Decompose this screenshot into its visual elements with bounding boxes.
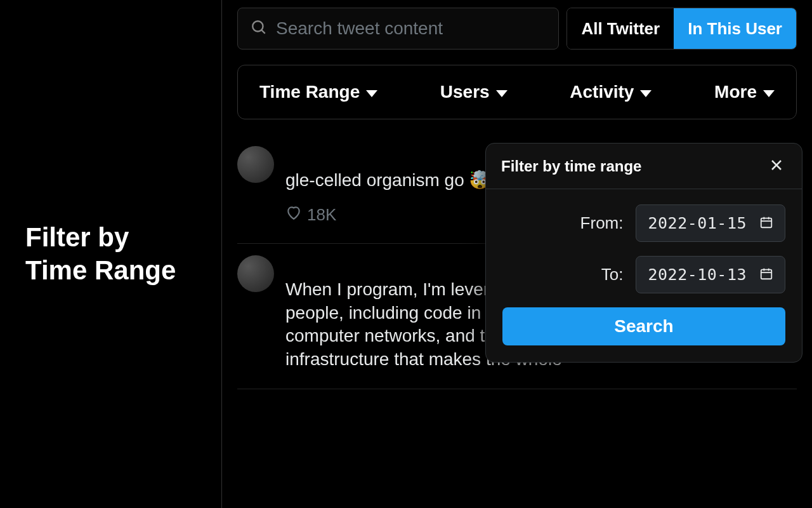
left-panel: Filter by Time Range (0, 0, 222, 508)
filter-time-range[interactable]: Time Range (259, 82, 377, 102)
to-date-value: 2022-10-13 (648, 265, 747, 284)
from-field-row: From: 2022-01-15 (502, 204, 785, 242)
close-icon (769, 165, 784, 175)
avatar[interactable] (237, 255, 274, 292)
left-title-line2: Time Range (25, 255, 176, 285)
filter-time-range-label: Time Range (259, 82, 360, 102)
from-label: From: (580, 213, 624, 233)
filter-users[interactable]: Users (440, 82, 508, 102)
svg-rect-8 (761, 269, 772, 279)
filter-activity[interactable]: Activity (570, 82, 652, 102)
filter-bar: Time Range Users Activity More (237, 65, 797, 119)
time-range-popover: Filter by time range From: 2022-01-15 (485, 143, 802, 363)
filter-more-label: More (714, 82, 757, 102)
calendar-icon (759, 267, 773, 283)
search-icon (251, 19, 267, 38)
avatar[interactable] (237, 146, 274, 183)
chevron-down-icon (640, 90, 652, 97)
scope-toggle: All Twitter In This User (566, 8, 797, 50)
left-title-line1: Filter by (25, 222, 129, 252)
svg-line-1 (261, 30, 265, 33)
left-title: Filter by Time Range (25, 221, 176, 288)
like-action[interactable]: 18K (285, 204, 336, 225)
popover-header: Filter by time range (486, 144, 802, 189)
from-date-input[interactable]: 2022-01-15 (636, 204, 785, 242)
scope-in-this-user[interactable]: In This User (674, 8, 796, 49)
search-box[interactable] (237, 8, 559, 50)
calendar-icon (759, 215, 773, 232)
svg-rect-4 (761, 218, 772, 227)
filter-activity-label: Activity (570, 82, 634, 102)
from-date-value: 2022-01-15 (648, 214, 747, 232)
popover-title: Filter by time range (501, 157, 641, 175)
filter-more[interactable]: More (714, 82, 775, 102)
like-count: 18K (307, 205, 336, 225)
scope-all-twitter[interactable]: All Twitter (567, 8, 674, 49)
heart-icon (285, 204, 302, 225)
to-label: To: (601, 265, 624, 284)
top-row: All Twitter In This User (237, 8, 797, 50)
chevron-down-icon (366, 90, 377, 97)
popover-search-button[interactable]: Search (502, 307, 785, 345)
close-button[interactable] (766, 155, 787, 177)
to-field-row: To: 2022-10-13 (502, 256, 785, 293)
right-panel: All Twitter In This User Time Range User… (222, 0, 812, 508)
chevron-down-icon (496, 90, 508, 97)
filter-users-label: Users (440, 82, 490, 102)
svg-point-0 (252, 21, 263, 31)
to-date-input[interactable]: 2022-10-13 (636, 256, 785, 293)
search-input[interactable] (276, 18, 546, 39)
chevron-down-icon (763, 90, 775, 97)
popover-body: From: 2022-01-15 To: 2022-10-13 (486, 189, 802, 362)
